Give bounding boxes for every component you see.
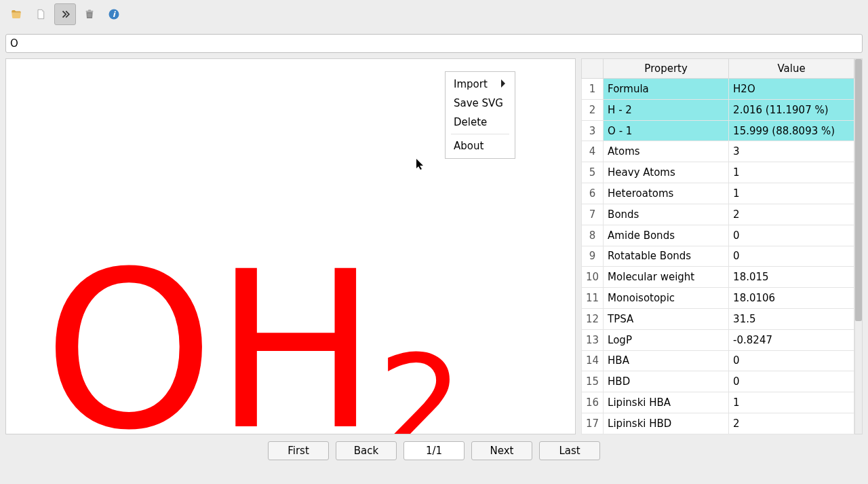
back-button[interactable]: Back [336, 441, 397, 460]
molecule-display: OH 2 [43, 242, 464, 434]
page-display: 1/1 [403, 441, 465, 460]
context-menu: Import Save SVG Delete About [445, 71, 515, 159]
smiles-input-bar [5, 34, 863, 53]
table-row[interactable]: 4Atoms3 [582, 141, 854, 162]
row-number: 3 [582, 120, 604, 141]
svg-rect-1 [88, 10, 91, 11]
row-number: 10 [582, 267, 604, 288]
table-row[interactable]: 5Heavy Atoms1 [582, 162, 854, 183]
document-button[interactable] [30, 3, 52, 25]
value-cell: -0.8247 [729, 329, 854, 350]
property-cell: O - 1 [604, 120, 729, 141]
next-button[interactable]: Next [471, 441, 532, 460]
property-cell: Heteroatoms [604, 183, 729, 204]
property-cell: Formula [604, 79, 729, 100]
first-button[interactable]: First [268, 441, 329, 460]
value-cell: 3 [729, 141, 854, 162]
context-save-svg-label: Save SVG [454, 97, 503, 109]
row-number: 15 [582, 371, 604, 392]
value-cell: 0 [729, 225, 854, 246]
table-row[interactable]: 17Lipinski HBD2 [582, 413, 854, 434]
value-header[interactable]: Value [729, 59, 854, 79]
table-row[interactable]: 6Heteroatoms1 [582, 183, 854, 204]
row-number: 2 [582, 99, 604, 120]
trash-button[interactable] [79, 3, 100, 25]
table-row[interactable]: 14HBA0 [582, 350, 854, 371]
row-number: 9 [582, 246, 604, 267]
value-cell: 18.015 [729, 267, 854, 288]
table-row[interactable]: 3O - 115.999 (88.8093 %) [582, 120, 854, 141]
property-cell: Monoisotopic [604, 288, 729, 309]
value-cell: 1 [729, 392, 854, 413]
value-cell: 1 [729, 183, 854, 204]
row-number-header[interactable] [582, 59, 604, 79]
context-about[interactable]: About [446, 136, 515, 155]
table-row[interactable]: 16Lipinski HBA1 [582, 392, 854, 413]
row-number: 8 [582, 225, 604, 246]
row-number: 11 [582, 288, 604, 309]
molecule-subscript: 2 [378, 337, 464, 434]
table-row[interactable]: 7Bonds2 [582, 204, 854, 225]
property-cell: Lipinski HBA [604, 392, 729, 413]
row-number: 6 [582, 183, 604, 204]
molecule-main: OH [43, 242, 378, 434]
property-cell: Atoms [604, 141, 729, 162]
scrollbar-thumb[interactable] [855, 59, 862, 321]
value-cell: 0 [729, 350, 854, 371]
value-cell: 18.0106 [729, 288, 854, 309]
row-number: 12 [582, 308, 604, 329]
property-header[interactable]: Property [604, 59, 729, 79]
smiles-input[interactable] [5, 34, 863, 53]
table-row[interactable]: 2H - 22.016 (11.1907 %) [582, 99, 854, 120]
property-cell: Molecular weight [604, 267, 729, 288]
property-cell: Heavy Atoms [604, 162, 729, 183]
chevron-right-button[interactable] [54, 3, 76, 25]
table-row[interactable]: 15HBD0 [582, 371, 854, 392]
info-button[interactable]: i [103, 3, 125, 25]
vertical-scrollbar[interactable] [854, 58, 863, 434]
table-row[interactable]: 10Molecular weight18.015 [582, 267, 854, 288]
table-row[interactable]: 12TPSA31.5 [582, 308, 854, 329]
context-import-label: Import [454, 78, 488, 90]
context-separator [451, 134, 509, 134]
toolbar: i [0, 0, 868, 29]
property-cell: HBD [604, 371, 729, 392]
table-row[interactable]: 11Monoisotopic18.0106 [582, 288, 854, 309]
property-cell: Bonds [604, 204, 729, 225]
value-cell: 0 [729, 371, 854, 392]
row-number: 16 [582, 392, 604, 413]
table-row[interactable]: 9Rotatable Bonds0 [582, 246, 854, 267]
value-cell: 2 [729, 413, 854, 434]
value-cell: 0 [729, 246, 854, 267]
property-panel: Property Value 1FormulaH2O2H - 22.016 (1… [581, 58, 863, 434]
last-button[interactable]: Last [539, 441, 600, 460]
chevron-right-icon [500, 78, 507, 90]
value-cell: 31.5 [729, 308, 854, 329]
property-cell: HBA [604, 350, 729, 371]
context-save-svg[interactable]: Save SVG [446, 94, 515, 113]
value-cell: 2 [729, 204, 854, 225]
table-row[interactable]: 1FormulaH2O [582, 79, 854, 100]
value-cell: 15.999 (88.8093 %) [729, 120, 854, 141]
context-delete[interactable]: Delete [446, 113, 515, 132]
context-about-label: About [454, 140, 484, 152]
molecule-canvas[interactable]: OH 2 Import Save SVG Delete About [5, 58, 576, 434]
row-number: 7 [582, 204, 604, 225]
mouse-cursor-icon [416, 158, 425, 173]
property-cell: Rotatable Bonds [604, 246, 729, 267]
property-table: Property Value 1FormulaH2O2H - 22.016 (1… [581, 58, 854, 434]
context-delete-label: Delete [454, 116, 487, 128]
row-number: 17 [582, 413, 604, 434]
open-folder-button[interactable] [5, 3, 27, 25]
table-row[interactable]: 8Amide Bonds0 [582, 225, 854, 246]
property-cell: TPSA [604, 308, 729, 329]
row-number: 5 [582, 162, 604, 183]
value-cell: 1 [729, 162, 854, 183]
property-cell: Amide Bonds [604, 225, 729, 246]
context-import[interactable]: Import [446, 75, 515, 94]
main-area: OH 2 Import Save SVG Delete About [5, 58, 863, 434]
property-cell: LogP [604, 329, 729, 350]
value-cell: H2O [729, 79, 854, 100]
table-row[interactable]: 13LogP-0.8247 [582, 329, 854, 350]
row-number: 4 [582, 141, 604, 162]
